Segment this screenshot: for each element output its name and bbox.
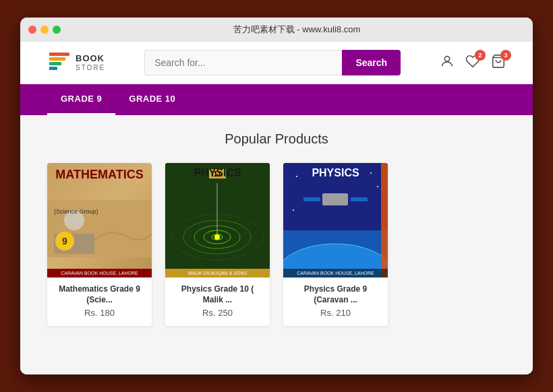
product-price: Rs. 250: [172, 308, 263, 318]
search-input[interactable]: [144, 50, 342, 75]
svg-text:(Science Group): (Science Group): [54, 208, 98, 215]
nav-grade10[interactable]: GRADE 10: [115, 84, 189, 115]
math-cover-title: MATHEMATICS: [47, 168, 152, 182]
main-content: Popular Products MATHEMATICS (Science Gr…: [20, 115, 533, 374]
logo-book-label: BOOK: [76, 54, 105, 63]
product-image-physics2: PHYSICS CARAVAN BOOK HOUSE, LAHORE: [283, 163, 388, 277]
svg-rect-26: [381, 163, 388, 277]
nav-grade9[interactable]: GRADE 9: [47, 84, 115, 115]
app-window: 苦力吧素材下载 - www.kuli8.com BOOK STORE Searc…: [20, 18, 533, 374]
cart-badge: 3: [500, 50, 511, 61]
header: BOOK STORE Search 2: [20, 42, 533, 84]
product-card[interactable]: 11 PHYSICS MALIK DILNUQAN & SONS Physics…: [165, 163, 270, 326]
wishlist-badge: 2: [475, 50, 486, 61]
product-image-physics: 11 PHYSICS MALIK DILNUQAN & SONS: [165, 163, 270, 277]
logo-stripe-1: [49, 53, 69, 56]
cart-icon-btn[interactable]: 3: [491, 54, 506, 72]
product-card[interactable]: MATHEMATICS (Science Group) 9 CARAVAN BO…: [47, 163, 152, 326]
svg-point-24: [377, 186, 378, 187]
math-publisher: CARAVAN BOOK HOUSE, LAHORE: [47, 269, 152, 277]
user-icon-btn[interactable]: [440, 54, 455, 72]
titlebar-text: 苦力吧素材下载 - www.kuli8.com: [69, 24, 525, 36]
products-grid: MATHEMATICS (Science Group) 9 CARAVAN BO…: [47, 163, 506, 326]
physics-publisher: MALIK DILNUQAN & SONS: [165, 269, 270, 277]
product-image-math: MATHEMATICS (Science Group) 9 CARAVAN BO…: [47, 163, 152, 277]
product-price: Rs. 180: [54, 308, 145, 318]
product-info: Physics Grade 9 (Caravan ... Rs. 210: [283, 277, 388, 326]
svg-point-25: [293, 209, 294, 211]
logo: BOOK STORE: [47, 51, 105, 75]
logo-stripe-4: [49, 67, 57, 70]
product-price: Rs. 210: [290, 308, 381, 318]
svg-point-13: [214, 234, 220, 240]
product-name: Physics Grade 10 ( Malik ...: [172, 284, 263, 305]
product-info: Physics Grade 10 ( Malik ... Rs. 250: [165, 277, 270, 326]
logo-text: BOOK STORE: [76, 54, 105, 71]
search-button[interactable]: Search: [342, 50, 401, 75]
physics2-cover-title: PHYSICS: [283, 167, 388, 179]
product-card[interactable]: PHYSICS CARAVAN BOOK HOUSE, LAHORE Physi…: [283, 163, 388, 326]
physics2-publisher: CARAVAN BOOK HOUSE, LAHORE: [283, 269, 388, 277]
wishlist-icon-btn[interactable]: 2: [465, 54, 480, 72]
svg-rect-19: [303, 197, 320, 201]
product-name: Mathematics Grade 9 (Scie...: [54, 284, 145, 305]
titlebar: 苦力吧素材下载 - www.kuli8.com: [20, 18, 533, 42]
section-title: Popular Products: [47, 131, 506, 147]
header-icons: 2 3: [440, 54, 506, 72]
product-name: Physics Grade 9 (Caravan ...: [290, 284, 381, 305]
svg-rect-20: [351, 197, 368, 201]
traffic-lights: [28, 26, 61, 34]
product-info: Mathematics Grade 9 (Scie... Rs. 180: [47, 277, 152, 326]
logo-store-label: STORE: [76, 64, 105, 71]
svg-point-0: [444, 56, 449, 61]
physics-cover-title: PHYSICS: [165, 167, 270, 179]
close-button[interactable]: [28, 26, 36, 34]
fullscreen-button[interactable]: [53, 26, 61, 34]
navigation: GRADE 9 GRADE 10: [20, 84, 533, 115]
minimize-button[interactable]: [40, 26, 49, 34]
svg-rect-18: [322, 193, 348, 205]
search-bar: Search: [144, 50, 401, 75]
logo-icon: [47, 51, 71, 75]
math-grade-num: 9: [55, 232, 74, 251]
logo-stripe-3: [49, 62, 61, 65]
logo-stripe-2: [49, 57, 65, 61]
